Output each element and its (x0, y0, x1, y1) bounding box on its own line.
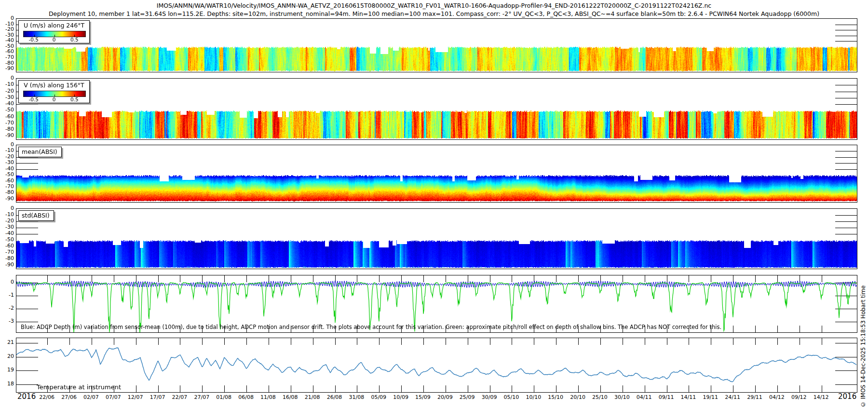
x-tick-label: 05/09 (371, 394, 386, 400)
legend-title-u: U (m/s) along 246°T (19, 22, 89, 29)
x-tick-label: 27/07 (194, 394, 209, 400)
panel-std-absi: std(ABSI) (16, 208, 857, 269)
x-tick-label: 05/10 (504, 394, 519, 400)
x-tick-label: 09/11 (659, 394, 674, 400)
y-tick-label: -90 (0, 196, 14, 202)
x-tick-label: 25/09 (460, 394, 475, 400)
y-tick-label: -70 (0, 184, 14, 190)
y-tick-label: -2 (0, 305, 14, 311)
x-tick-label: 24/11 (725, 394, 740, 400)
y-tick-label: -10 (0, 82, 14, 87)
temperature-line (16, 338, 857, 392)
x-tick-label: 14/11 (681, 394, 696, 400)
panel-mean-absi: mean(ABSI) (16, 145, 857, 203)
x-tick-label: 04/11 (637, 394, 652, 400)
x-tick-label: 11/08 (260, 394, 276, 400)
x-tick-label: 09/12 (791, 394, 807, 400)
mean-absi-label: mean(ABSI) (18, 147, 62, 157)
figure-root: IMOS/ANMN/WA/WATR10/Velocity/IMOS_ANMN-W… (0, 0, 868, 410)
y-tick-label: -3 (0, 318, 14, 324)
y-tick-label: 0 (0, 205, 14, 211)
y-tick-label: -40 (0, 166, 14, 172)
x-tick-label: 07/07 (106, 394, 121, 400)
std-absi-label: std(ABSI) (18, 210, 54, 221)
y-tick-label: -60 (0, 114, 14, 120)
mean-absi-heatmap (16, 145, 857, 202)
y-tick-label: 18 (0, 381, 14, 387)
x-tick-label: 27/06 (61, 394, 77, 400)
colorbar-ticks-v: -0.500.5 (23, 96, 85, 102)
y-tick-label: -20 (0, 88, 14, 94)
v-velocity-heatmap (16, 79, 857, 139)
y-tick-label: -90 (0, 262, 14, 268)
x-tick-label: 04/12 (769, 394, 785, 400)
depth-variation-annotation: Blue: ADCP Depth (m) variation from sens… (21, 324, 721, 330)
x-tick-label: 01/08 (216, 394, 231, 400)
y-tick-label: 20 (0, 354, 14, 359)
colorbar-ticks-u: -0.500.5 (23, 37, 85, 42)
colorbar-tick-label: 0 (53, 37, 56, 42)
x-tick-label: 25/10 (592, 394, 608, 400)
panel-u-velocity: U (m/s) along 246°T -0.500.5 (16, 18, 857, 72)
y-tick-label: -50 (0, 172, 14, 178)
x-tick-label: 17/07 (150, 394, 165, 400)
x-tick-label: 06/08 (238, 394, 254, 400)
y-tick-label: -50 (0, 107, 14, 113)
y-tick-label: -40 (0, 231, 14, 236)
y-tick-label: 19 (0, 367, 14, 373)
legend-u-velocity: U (m/s) along 246°T -0.500.5 (18, 20, 90, 43)
figure-title: IMOS/ANMN/WA/WATR10/Velocity/IMOS_ANMN-W… (0, 2, 868, 9)
y-tick-label: -10 (0, 148, 14, 153)
x-tick-label: 21/08 (305, 394, 320, 400)
y-tick-label: 0 (0, 279, 14, 285)
y-tick-label: -80 (0, 256, 14, 261)
y-tick-label: -30 (0, 224, 14, 230)
y-tick-label: -30 (0, 95, 14, 100)
figure-subtitle: Deployment 10, member 1 lat=31.64S lon=1… (0, 10, 868, 17)
x-tick-label: 15/09 (415, 394, 431, 400)
x-tick-label: 26/08 (327, 394, 342, 400)
x-tick-label: 22/07 (172, 394, 188, 400)
legend-v-velocity: V (m/s) along 156°T -0.500.5 (18, 80, 90, 103)
x-tick-label: 30/10 (614, 394, 630, 400)
y-tick-label: 0 (0, 75, 14, 81)
y-tick-label: -20 (0, 218, 14, 224)
x-tick-label: 31/08 (349, 394, 365, 400)
y-tick-label: 0 (0, 142, 14, 148)
y-tick-label: -40 (0, 101, 14, 107)
colorbar-tick-label: 0 (53, 96, 56, 102)
x-tick-label: 16/08 (283, 394, 298, 400)
y-tick-label: -80 (0, 126, 14, 132)
x-tick-label: 20/09 (437, 394, 453, 400)
x-tick-label: 15/10 (548, 394, 563, 400)
y-tick-label: -20 (0, 154, 14, 160)
x-tick-label: 10/10 (526, 394, 541, 400)
temperature-label: Temperature at instrument (37, 383, 121, 391)
x-tick-label: 19/11 (703, 394, 718, 400)
x-tick-label: 30/09 (482, 394, 497, 400)
year-label-left: 2016 (17, 392, 36, 401)
y-tick-label: -70 (0, 249, 14, 255)
y-tick-label: -10 (0, 212, 14, 218)
x-tick-label: 22/06 (39, 394, 54, 400)
y-tick-label: -90 (0, 133, 14, 138)
panel-depth-variation: Blue: ADCP Depth (m) variation from sens… (16, 275, 857, 333)
colorbar-tick-label: 0.5 (70, 96, 79, 102)
colorbar-tick-label: 0.5 (70, 37, 79, 42)
imos-watermark: © IMOS 14-Dec-2025 15:18:53 Hobart time (860, 205, 867, 408)
y-tick-label: -1 (0, 292, 14, 298)
y-tick-label: -60 (0, 243, 14, 249)
legend-title-v: V (m/s) along 156°T (19, 82, 89, 89)
y-tick-label: -50 (0, 237, 14, 243)
y-tick-label: 21 (0, 340, 14, 345)
colorbar-tick-label: -0.5 (29, 37, 39, 42)
y-tick-label: -90 (0, 66, 14, 71)
x-tick-label: 10/09 (393, 394, 408, 400)
x-tick-label: 20/10 (570, 394, 585, 400)
x-tick-label: 29/11 (747, 394, 762, 400)
y-tick-label: -30 (0, 160, 14, 165)
x-tick-label: 12/07 (128, 394, 143, 400)
panel-temperature: Temperature at instrument (16, 338, 857, 393)
colorbar-tick-label: -0.5 (29, 96, 39, 102)
x-tick-label: 02/07 (83, 394, 99, 400)
